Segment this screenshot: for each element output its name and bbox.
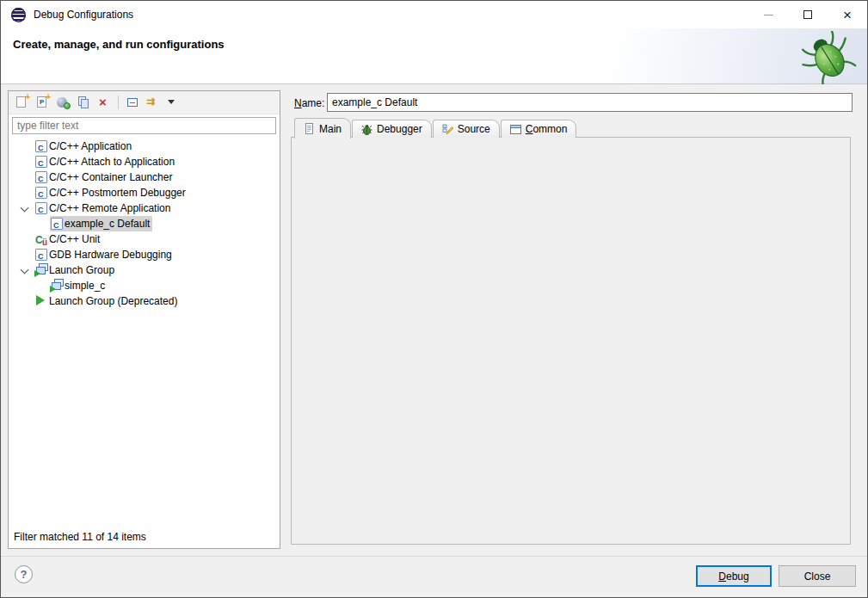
- tree-item-label: C/C++ Postmortem Debugger: [49, 187, 186, 199]
- tree-item[interactable]: simple_c: [9, 278, 280, 293]
- tree-item-selected[interactable]: example_c Default: [9, 216, 280, 231]
- name-label: Name:: [294, 97, 324, 109]
- maximize-button[interactable]: [788, 1, 828, 28]
- tree-item-label: simple_c: [65, 280, 105, 292]
- tree-item-label: Launch Group (Deprecated): [49, 295, 177, 307]
- main-tab-content: [291, 137, 851, 545]
- header-banner: Create, manage, and run configurations: [1, 28, 867, 84]
- run-deprecated-icon: [35, 294, 49, 306]
- tree-item-label: GDB Hardware Debugging: [49, 249, 172, 261]
- debug-configurations-dialog: Debug Configurations × Create, manage, a…: [0, 0, 868, 598]
- help-button[interactable]: ?: [15, 565, 33, 583]
- tree-item[interactable]: Launch Group: [9, 262, 280, 278]
- footer-separator: [1, 556, 867, 557]
- tree-item[interactable]: C/C++ Attach to Application: [9, 154, 280, 170]
- title-bar: Debug Configurations ×: [1, 1, 867, 28]
- export-launch-configurations-button[interactable]: [57, 96, 69, 108]
- tab-label: Source: [458, 123, 490, 135]
- tab-label: Common: [526, 123, 568, 135]
- tree-item[interactable]: C/C++ Container Launcher: [9, 170, 280, 185]
- tab-source[interactable]: Source: [433, 120, 500, 138]
- eclipse-logo-icon: [11, 8, 26, 22]
- delete-launch-configuration-button[interactable]: ×: [98, 96, 110, 108]
- tab-common[interactable]: Common: [501, 120, 577, 138]
- tree-item[interactable]: C/C++ Postmortem Debugger: [9, 185, 280, 200]
- close-window-button[interactable]: ×: [828, 1, 867, 28]
- c-application-icon: [35, 186, 49, 198]
- bug-icon: [361, 124, 372, 135]
- tree-item-label: C/C++ Container Launcher: [49, 171, 172, 183]
- tab-main[interactable]: Main: [294, 118, 351, 139]
- tab-label: Main: [319, 123, 342, 135]
- c-application-icon: [35, 170, 49, 182]
- beetle-artwork-icon: [786, 31, 864, 84]
- new-configuration-prototype-button[interactable]: P+: [36, 96, 48, 108]
- file-icon: [304, 123, 315, 134]
- question-mark-icon: ?: [21, 568, 28, 581]
- tree-item-label: Launch Group: [49, 264, 114, 276]
- debug-button[interactable]: Debug: [696, 565, 772, 587]
- tree-item[interactable]: GDB Hardware Debugging: [9, 247, 280, 262]
- collapse-all-button[interactable]: [126, 96, 139, 108]
- close-button[interactable]: Close: [779, 565, 856, 587]
- filter-input[interactable]: [12, 117, 276, 134]
- minimize-button[interactable]: [748, 1, 788, 28]
- tree-item[interactable]: C/C++ Remote Application: [9, 200, 280, 216]
- configurations-toolbar: + P+ × ⇉: [9, 91, 280, 114]
- tree-item-label: C/C++ Application: [49, 140, 132, 152]
- table-icon: [510, 124, 521, 135]
- c-application-icon: [51, 217, 65, 229]
- tree-item-label: example_c Default: [65, 218, 150, 230]
- maximize-icon: [803, 10, 812, 19]
- configurations-tree: C/C++ Application C/C++ Attach to Applic…: [9, 137, 280, 527]
- tab-debugger[interactable]: Debugger: [352, 120, 432, 138]
- filter-match-status: Filter matched 11 of 14 items: [9, 527, 280, 548]
- tree-item-label: C/C++ Attach to Application: [49, 156, 175, 168]
- tree-item-label: C/C++ Remote Application: [49, 202, 170, 214]
- c-unit-icon: [35, 232, 49, 244]
- toolbar-separator: [118, 96, 119, 109]
- window-controls: ×: [748, 1, 867, 28]
- launch-configurations-panel: + P+ × ⇉ C/C++ Application C/C++ Attach …: [8, 90, 280, 549]
- window-title: Debug Configurations: [34, 9, 133, 21]
- c-application-icon: [35, 201, 49, 213]
- duplicate-launch-configuration-button[interactable]: [77, 96, 89, 108]
- source-icon: [442, 124, 453, 135]
- filter-row: [9, 114, 280, 137]
- tree-item[interactable]: C/C++ Unit: [9, 231, 280, 247]
- configuration-tabs: Main Debugger Source Common: [294, 118, 577, 138]
- c-application-icon: [35, 155, 49, 167]
- tree-item[interactable]: C/C++ Application: [9, 139, 280, 154]
- tab-label: Debugger: [377, 123, 422, 135]
- launch-group-icon: [51, 279, 65, 291]
- c-application-icon: [35, 139, 49, 151]
- tree-item-label: C/C++ Unit: [49, 233, 100, 245]
- minimize-icon: [764, 15, 773, 15]
- filter-menu-dropdown-icon[interactable]: [168, 96, 175, 108]
- dialog-subtitle: Create, manage, and run configurations: [13, 38, 225, 51]
- close-icon: ×: [843, 8, 852, 22]
- c-application-icon: [35, 248, 49, 260]
- launch-group-icon: [35, 263, 49, 275]
- name-input[interactable]: [327, 93, 853, 112]
- chevron-down-icon[interactable]: [21, 266, 29, 274]
- new-launch-configuration-button[interactable]: +: [15, 96, 28, 108]
- tree-item[interactable]: Launch Group (Deprecated): [9, 293, 280, 309]
- filter-launch-configurations-button[interactable]: ⇉: [147, 96, 159, 108]
- chevron-down-icon[interactable]: [21, 204, 29, 213]
